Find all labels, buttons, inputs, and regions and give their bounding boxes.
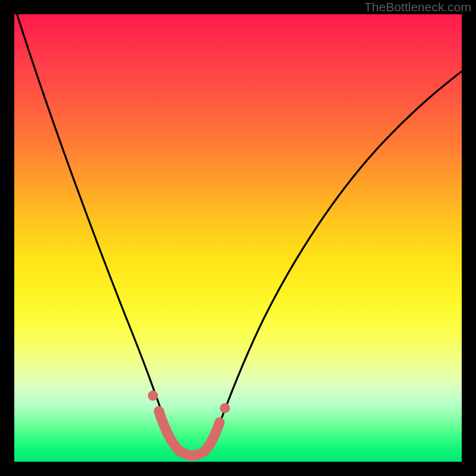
svg-point-1: [220, 403, 230, 414]
chart-frame: TheBottleneck.com: [0, 0, 476, 476]
optimal-marker: [14, 14, 462, 462]
svg-point-0: [148, 391, 158, 401]
plot-area: [14, 14, 462, 462]
watermark-text: TheBottleneck.com: [364, 0, 471, 14]
